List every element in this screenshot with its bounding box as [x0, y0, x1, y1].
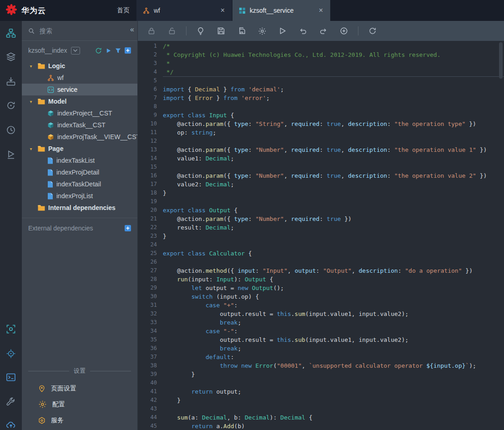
- run-project-button[interactable]: [106, 48, 111, 54]
- sync-icon[interactable]: [0, 98, 22, 113]
- undo-button[interactable]: [297, 25, 309, 37]
- code-line[interactable]: 12: [138, 137, 504, 145]
- filter-button[interactable]: [115, 48, 121, 54]
- code-line[interactable]: 6import { Decimal } from 'decimal';: [138, 85, 504, 94]
- tree-item-indextaskdetail[interactable]: indexTaskDetail: [22, 178, 137, 190]
- code-line[interactable]: 22 result: Decimal;: [138, 223, 504, 232]
- tree-item-indexprojlist[interactable]: indexProjList: [22, 190, 137, 202]
- code-line[interactable]: 4 */: [138, 68, 504, 76]
- save-button[interactable]: [215, 25, 227, 37]
- expand-caret-icon[interactable]: ▾: [27, 99, 35, 104]
- code-line[interactable]: 26: [138, 258, 504, 266]
- scrollbar-thumb[interactable]: [499, 42, 503, 79]
- tree-item-indextask-cst[interactable]: indexTask__CST: [22, 119, 137, 131]
- code-line[interactable]: 44 sum(a: Decimal, b: Decimal): Decimal …: [138, 413, 504, 422]
- tab-kzsoft-service[interactable]: kzsoft__service×: [232, 0, 330, 21]
- tree-item-indexprojdetail[interactable]: indexProjDetail: [22, 166, 137, 178]
- project-name[interactable]: kzsoft__index: [28, 47, 67, 54]
- preview-icon[interactable]: [0, 321, 22, 337]
- add-item-button[interactable]: [125, 47, 131, 54]
- sidebar-menu-item-服务[interactable]: 服务: [22, 412, 137, 428]
- collapse-sidebar-icon[interactable]: «: [130, 25, 134, 34]
- code-line[interactable]: 40: [138, 379, 504, 387]
- code-line[interactable]: 41 return output;: [138, 387, 504, 396]
- close-tab-icon[interactable]: ×: [318, 6, 324, 15]
- bulb-button[interactable]: [194, 25, 207, 37]
- refresh-button[interactable]: [366, 25, 379, 37]
- code-line[interactable]: 31 case "+":: [138, 301, 504, 310]
- sidebar-menu-item-页面设置[interactable]: 页面设置: [22, 380, 137, 396]
- expand-caret-icon[interactable]: ▾: [27, 146, 35, 151]
- run-button[interactable]: [276, 25, 289, 37]
- sidebar-menu-item-配置[interactable]: 配置: [22, 396, 137, 412]
- code-line[interactable]: 25export class Calculator {: [138, 249, 504, 258]
- code-line[interactable]: 15: [138, 163, 504, 171]
- code-line[interactable]: 10 @action.param({ type: "String", requi…: [138, 120, 504, 128]
- code-line[interactable]: 34 case "-":: [138, 327, 504, 335]
- install-icon[interactable]: [0, 74, 22, 89]
- code-line[interactable]: 37 default:: [138, 353, 504, 361]
- code-line[interactable]: 5: [138, 76, 504, 85]
- unlock-button[interactable]: [166, 25, 178, 37]
- tree-item-page[interactable]: ▾Page: [22, 143, 137, 155]
- code-line[interactable]: 36 break;: [138, 344, 504, 353]
- lock-button[interactable]: [145, 25, 158, 37]
- cloud-icon[interactable]: [0, 417, 22, 430]
- save-all-button[interactable]: [235, 25, 248, 37]
- tree-item-wf[interactable]: wf: [22, 72, 137, 84]
- code-line[interactable]: 11 op: string;: [138, 128, 504, 137]
- code-line[interactable]: 3 *: [138, 59, 504, 68]
- code-line[interactable]: 32 output.result = this.sum(input.value1…: [138, 310, 504, 318]
- code-line[interactable]: 7import { Error } from 'error';: [138, 94, 504, 102]
- home-link[interactable]: 首页: [117, 6, 130, 15]
- code-line[interactable]: 21 @action.param({ type: "Number", requi…: [138, 215, 504, 223]
- code-line[interactable]: 19: [138, 197, 504, 206]
- refresh-project-button[interactable]: [95, 47, 102, 54]
- expand-caret-icon[interactable]: ▾: [27, 64, 35, 69]
- code-line[interactable]: 29 let output = new Output();: [138, 284, 504, 292]
- code-line[interactable]: 30 switch (input.op) {: [138, 292, 504, 301]
- tree-item-model[interactable]: ▾Model: [22, 95, 137, 107]
- layers-icon[interactable]: [0, 49, 22, 65]
- add-external-dependency-button[interactable]: [125, 225, 131, 231]
- code-line[interactable]: 20export class Output {: [138, 206, 504, 215]
- code-line[interactable]: 8: [138, 102, 504, 111]
- history-icon[interactable]: [0, 122, 22, 138]
- search-input[interactable]: [39, 27, 104, 35]
- code-line[interactable]: 1/*: [138, 42, 504, 50]
- tree-item-indextasklist[interactable]: indexTaskList: [22, 155, 137, 166]
- code-line[interactable]: 45 return a.Add(b): [138, 422, 504, 430]
- console-icon[interactable]: [0, 370, 22, 385]
- tab-wf[interactable]: wf×: [136, 0, 232, 21]
- debug-icon[interactable]: [0, 147, 22, 162]
- add-circle-button[interactable]: [338, 25, 350, 37]
- tree-item-service[interactable]: service: [22, 84, 137, 95]
- code-line[interactable]: 28 run(input: Input): Output {: [138, 275, 504, 284]
- code-editor[interactable]: 1/*2 * Copyright (c) Huawei Technologies…: [138, 41, 504, 430]
- code-line[interactable]: 35 output.result = this.sub(input.value1…: [138, 335, 504, 344]
- close-tab-icon[interactable]: ×: [220, 6, 226, 15]
- code-line[interactable]: 17 value2: Decimal;: [138, 180, 504, 189]
- tree-item-indexprojtask-view-cst[interactable]: indexProjTask__VIEW__CST: [22, 131, 137, 143]
- code-line[interactable]: 13 @action.param({ type: "Number", requi…: [138, 145, 504, 154]
- project-dropdown[interactable]: [71, 47, 80, 55]
- redo-button[interactable]: [317, 25, 330, 37]
- locate-icon[interactable]: [0, 346, 22, 361]
- tree-item-indexproject-cst[interactable]: indexProject__CST: [22, 107, 137, 119]
- code-line[interactable]: 23}: [138, 232, 504, 240]
- code-line[interactable]: 9export class Input {: [138, 111, 504, 120]
- code-line[interactable]: 27 @action.method({ input: "Input", outp…: [138, 266, 504, 275]
- code-line[interactable]: 16 @action.param({ type: "Number", requi…: [138, 171, 504, 180]
- code-line[interactable]: 38 throw new Error("00001", `unsupported…: [138, 361, 504, 370]
- code-line[interactable]: 43: [138, 405, 504, 413]
- tools-icon[interactable]: [0, 394, 22, 410]
- code-line[interactable]: 39 }: [138, 370, 504, 379]
- code-line[interactable]: 24: [138, 240, 504, 249]
- code-line[interactable]: 33 break;: [138, 318, 504, 327]
- code-line[interactable]: 18}: [138, 189, 504, 197]
- code-line[interactable]: 42 }: [138, 396, 504, 405]
- code-line[interactable]: 14 value1: Decimal;: [138, 154, 504, 163]
- tree-item-internal-dependencies[interactable]: Internal dependencies: [22, 202, 137, 214]
- settings-button[interactable]: [256, 25, 268, 37]
- sitemap-icon[interactable]: [0, 25, 22, 41]
